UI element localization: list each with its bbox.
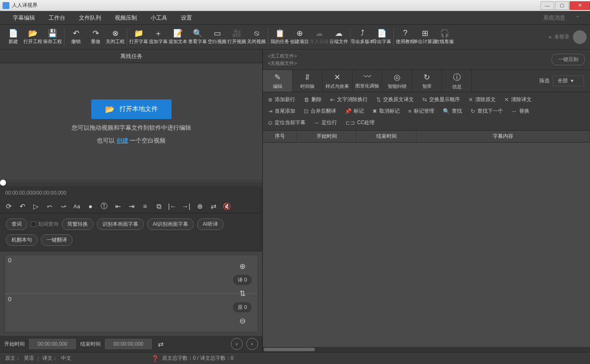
toolbar-calculator[interactable]: ⊞单位计算器: [415, 26, 435, 48]
one-click-compress-button[interactable]: 一键压制: [552, 54, 585, 65]
subtab-style[interactable]: ✕样式与效果: [323, 70, 352, 92]
minimize-button[interactable]: —: [541, 1, 554, 10]
toolbar-close-video[interactable]: ⦸关闭视频: [247, 26, 266, 48]
toolbar-support[interactable]: 🎧在线客服: [435, 26, 454, 48]
swap-icon[interactable]: ⇄: [158, 340, 163, 348]
horizontal-scrollbar[interactable]: [263, 347, 590, 352]
skip-back-icon[interactable]: ⤺: [44, 201, 55, 212]
open-local-file-button[interactable]: 📂 打开本地文件: [91, 99, 171, 119]
outdent-icon[interactable]: ⇥: [126, 201, 137, 212]
toolbar-new[interactable]: 📄新建: [3, 26, 23, 48]
swap-vertical-icon[interactable]: ⇅: [233, 288, 252, 299]
toolbar-close-project[interactable]: ⊗关闭工程: [105, 26, 125, 48]
action-clear-trans[interactable]: ✕清除译文: [503, 95, 532, 104]
action-locate-row[interactable]: ↔定位行: [313, 118, 338, 127]
next-icon[interactable]: →|: [181, 201, 191, 212]
action-add-row[interactable]: ⊕添加新行: [267, 95, 296, 104]
video-timeline[interactable]: [0, 181, 262, 186]
toolbar-save-cloud[interactable]: ☁存入云端: [309, 26, 329, 48]
toolbar-open-subtitle[interactable]: 📁打开字幕: [129, 26, 148, 48]
subtab-graph-adjust[interactable]: 〰图形化调轴: [352, 70, 382, 92]
pill-查词[interactable]: 查词: [6, 218, 27, 230]
toolbar-open-project[interactable]: 📂打开工程: [23, 26, 43, 48]
action-delete[interactable]: 🗑删除: [303, 95, 323, 104]
toolbar-tutorial[interactable]: ?使用教程: [395, 26, 415, 48]
subtab-smart-correct[interactable]: ◎智能纠错: [382, 70, 412, 92]
subtab-info[interactable]: ⓘ信息: [442, 70, 472, 92]
word-lookup-checkbox[interactable]: [31, 221, 36, 227]
menu-5[interactable]: 设置: [174, 12, 199, 24]
action-merge-translate[interactable]: ⊡合并后翻译: [303, 107, 337, 116]
pill-简繁转换[interactable]: 简繁转换: [62, 218, 93, 230]
pill-AI听译[interactable]: AI听译: [197, 218, 223, 230]
subtab-edit[interactable]: ✎编辑: [263, 70, 293, 92]
toolbar-append-text[interactable]: 📝追加文本: [168, 26, 188, 48]
toolbar-open-video[interactable]: 🎥打开视频: [227, 26, 247, 48]
volume-icon[interactable]: 🔇: [222, 201, 232, 212]
action-find[interactable]: 🔍查找: [442, 107, 463, 116]
menu-2[interactable]: 文件队列: [72, 12, 108, 24]
close-button[interactable]: ✕: [570, 1, 590, 10]
prev-subtitle-button[interactable]: ‹: [231, 338, 243, 350]
drop-zone[interactable]: 📂 打开本地文件 您可以拖动视频和字幕文件到软件中进行编辑 也可以 创建 一个空…: [0, 63, 262, 181]
toolbar-append-subtitle[interactable]: ＋追加字幕: [148, 26, 168, 48]
align-icon[interactable]: ≡: [140, 201, 150, 212]
create-blank-link[interactable]: 创建: [116, 137, 128, 144]
menu-4[interactable]: 小工具: [144, 12, 174, 24]
toolbar-export-multi[interactable]: ⤴导出多版本: [352, 26, 372, 48]
zoom-out-icon[interactable]: ⊖: [233, 316, 252, 326]
editor-translation-box[interactable]: 0: [5, 255, 258, 294]
start-time-input[interactable]: [29, 339, 76, 349]
login-status[interactable]: ⎆ 未登录: [549, 33, 570, 41]
refresh-icon[interactable]: ⟳: [3, 201, 14, 212]
action-clear-orig[interactable]: ✕清除原文: [468, 95, 497, 104]
toolbar-export-subtitle[interactable]: 📄导出字幕: [372, 26, 392, 48]
indent-icon[interactable]: ⇤: [113, 201, 123, 212]
rewind-icon[interactable]: ↶: [17, 201, 27, 212]
user-avatar[interactable]: [573, 30, 587, 44]
pill-AI识别画面字幕[interactable]: AI识别画面字幕: [147, 218, 194, 230]
toolbar-my-tasks[interactable]: 📋我的任务: [270, 26, 290, 48]
maximize-button[interactable]: ▢: [555, 1, 569, 10]
editor-original-box[interactable]: 0: [5, 294, 258, 332]
action-find-next[interactable]: ↻查找下一个: [470, 107, 504, 116]
subtab-knowledge[interactable]: ↻智库: [412, 70, 442, 92]
toolbar-undo[interactable]: ↶撤销: [66, 26, 86, 48]
subtitle-table-body[interactable]: [263, 143, 590, 347]
toolbar-save-project[interactable]: 💾保存工程: [43, 26, 62, 48]
subtab-timeline[interactable]: ⥯时间轴: [293, 70, 323, 92]
toolbar-create-project[interactable]: ⊕创建项目: [290, 26, 309, 48]
skip-fwd-icon[interactable]: ⤻: [58, 201, 68, 212]
prev-icon[interactable]: |←: [167, 201, 177, 212]
translation-badge[interactable]: 译 0: [233, 275, 252, 285]
menu-1[interactable]: 工作台: [42, 12, 72, 24]
split-icon[interactable]: ⧉: [154, 201, 164, 212]
system-messages[interactable]: 系统消息: [537, 12, 571, 24]
text-icon[interactable]: Ⓣ: [99, 201, 109, 212]
timeline-handle[interactable]: [0, 180, 6, 186]
toolbar-redo[interactable]: ↷重做: [86, 26, 105, 48]
font-icon[interactable]: Aa: [72, 201, 82, 212]
toolbar-blank-video[interactable]: ▭空白视频: [207, 26, 227, 48]
action-unmark[interactable]: ✖取消标记: [372, 107, 401, 116]
action-add-head-tail[interactable]: ⇥首尾添加: [267, 107, 296, 116]
filter-select[interactable]: 全部 ▾: [553, 76, 584, 86]
action-replace[interactable]: ↔替换: [511, 107, 530, 116]
clock-icon[interactable]: ●: [85, 201, 96, 212]
menu-0[interactable]: 字幕编辑: [6, 12, 42, 24]
zoom-in-icon[interactable]: ⊕: [233, 261, 252, 271]
original-badge[interactable]: 原 0: [233, 302, 252, 312]
toolbar-cloud-file[interactable]: ☁云端文件: [329, 26, 349, 48]
chevron-up-icon[interactable]: ⌃: [571, 15, 584, 21]
toolbar-view-subtitle[interactable]: 🔍查看字幕: [188, 26, 207, 48]
target-icon[interactable]: ⊕: [195, 201, 205, 212]
action-remove-break[interactable]: ⇤文字消除换行: [329, 95, 369, 104]
action-swap-order[interactable]: ⇆交换显示顺序: [421, 95, 461, 104]
pill-一键翻译[interactable]: 一键翻译: [41, 234, 73, 246]
menu-3[interactable]: 视频压制: [108, 12, 144, 24]
action-mark-manage[interactable]: ≡标记管理: [407, 107, 435, 116]
action-mark[interactable]: 📌标记: [344, 107, 365, 116]
next-subtitle-button[interactable]: ›: [246, 338, 258, 350]
action-swap-orig-trans[interactable]: ⇅交换原文译文: [375, 95, 415, 104]
action-cc-process[interactable]: ⊏⊐CC处理: [345, 118, 375, 127]
